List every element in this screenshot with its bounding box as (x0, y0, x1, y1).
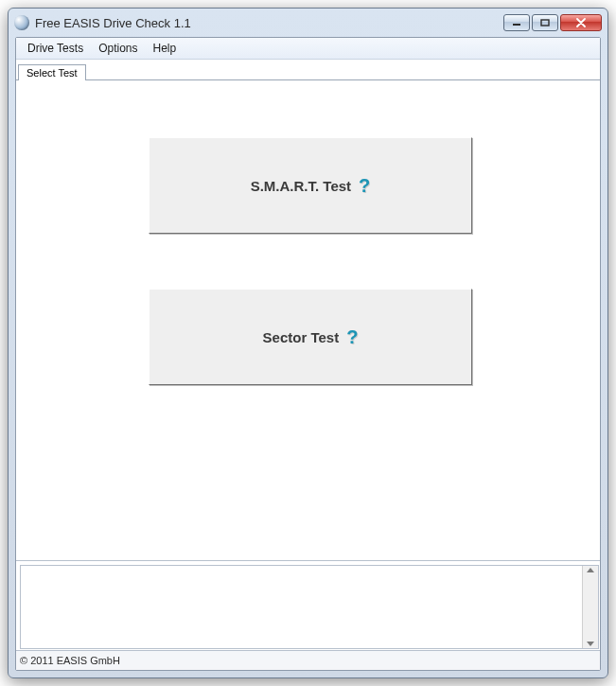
scroll-down-icon[interactable] (587, 642, 594, 646)
svg-rect-1 (541, 20, 549, 26)
menu-drive-tests[interactable]: Drive Tests (20, 40, 91, 57)
tab-select-test[interactable]: Select Test (18, 64, 86, 81)
tab-strip: Select Test (16, 60, 600, 80)
minimize-button[interactable] (503, 14, 530, 31)
sector-test-label: Sector Test (263, 329, 340, 345)
status-copyright: © 2011 EASIS GmbH (20, 655, 120, 666)
log-textarea[interactable] (20, 565, 599, 649)
smart-test-label: S.M.A.R.T. Test (251, 178, 351, 194)
app-icon (14, 15, 29, 30)
menu-options[interactable]: Options (91, 40, 145, 57)
menu-bar: Drive Tests Options Help (16, 38, 600, 60)
client-area: Drive Tests Options Help Select Test S.M… (15, 37, 601, 671)
menu-help[interactable]: Help (146, 40, 185, 57)
status-bar: © 2011 EASIS GmbH (16, 650, 600, 670)
smart-test-button[interactable]: S.M.A.R.T. Test ? (149, 137, 472, 234)
log-pane (16, 560, 600, 650)
window-controls (503, 14, 602, 31)
scroll-up-icon[interactable] (587, 568, 594, 572)
titlebar[interactable]: Free EASIS Drive Check 1.1 (9, 9, 607, 37)
maximize-button[interactable] (532, 14, 558, 31)
scrollbar-vertical[interactable] (582, 566, 598, 648)
close-button[interactable] (560, 14, 602, 31)
help-icon: ? (359, 175, 370, 197)
application-window: Free EASIS Drive Check 1.1 Drive Tests O… (8, 8, 608, 678)
content-pane: S.M.A.R.T. Test ? Sector Test ? (16, 80, 600, 560)
window-title: Free EASIS Drive Check 1.1 (35, 16, 503, 30)
sector-test-button[interactable]: Sector Test ? (149, 289, 472, 385)
help-icon: ? (346, 326, 358, 348)
svg-rect-0 (513, 24, 520, 26)
